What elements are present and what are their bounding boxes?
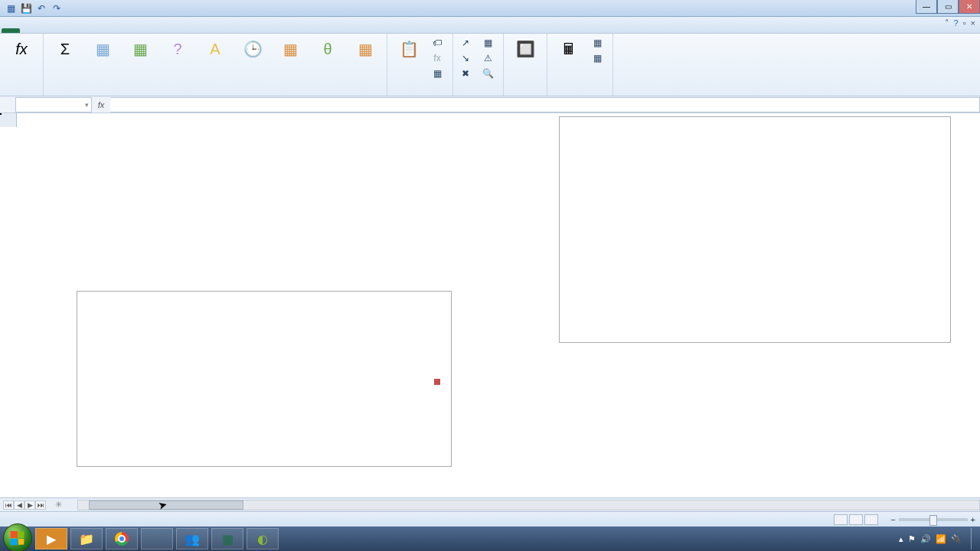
fx-button[interactable]: fx [92, 100, 110, 109]
chart1-legend [434, 379, 443, 385]
save-icon[interactable]: 💾 [20, 2, 32, 15]
close-button[interactable]: ✕ [959, 0, 980, 14]
group-names-label [390, 94, 449, 96]
group-calc-label [550, 94, 609, 96]
calc-icon: 🖩 [557, 37, 581, 61]
zoom-in-button[interactable]: + [971, 515, 975, 524]
quick-access-toolbar: ▦ 💾 ↶ ↷ [5, 2, 63, 15]
page-break-view-button[interactable] [864, 514, 878, 525]
show-formulas-button[interactable]: ▦ [479, 35, 500, 51]
ribbon-tabs: ˄ ? ▫ × [0, 17, 980, 34]
autosum-button[interactable]: Σ [47, 35, 83, 94]
restore-window-icon[interactable]: ▫ [963, 18, 966, 28]
chrome-taskbar-icon[interactable] [106, 528, 138, 549]
network-tray-icon[interactable]: 📶 [936, 534, 946, 544]
messenger-taskbar-icon[interactable]: 👥 [176, 528, 208, 549]
restaurant-totals-chart[interactable] [77, 291, 452, 467]
flag-tray-icon[interactable]: ⚑ [908, 534, 916, 544]
power-tray-icon[interactable]: 🔌 [951, 534, 962, 544]
maximize-button[interactable]: ▭ [937, 0, 959, 14]
horizontal-scrollbar[interactable] [77, 500, 980, 510]
warning-icon: ⚠ [482, 52, 494, 64]
zoom-slider[interactable] [899, 518, 968, 521]
media-player-taskbar-icon[interactable]: ▶ [35, 528, 67, 549]
excel-icon: ▦ [5, 2, 17, 15]
recently-used-button[interactable]: ▦ [84, 35, 121, 94]
arrow-out-icon: ↘ [459, 52, 472, 64]
show-hidden-icon[interactable]: ▴ [899, 534, 903, 544]
clock-icon: 🕒 [240, 37, 265, 61]
weather-taskbar-icon[interactable] [141, 528, 173, 549]
calc-sheet-icon: ▦ [591, 52, 603, 64]
lookup-icon: ▦ [278, 37, 302, 61]
sheet-tab-bar: ⏮ ◀ ▶ ⏭ ✳ [0, 497, 980, 511]
arrow-in-icon: ↗ [459, 37, 472, 49]
select-all-corner[interactable] [0, 113, 17, 127]
redo-icon[interactable]: ↷ [51, 2, 63, 15]
zoom-out-button[interactable]: − [890, 515, 895, 524]
prev-sheet-button[interactable]: ◀ [14, 500, 24, 510]
minimize-button[interactable]: — [916, 0, 937, 14]
datetime-button[interactable]: 🕒 [234, 35, 271, 94]
recent-icon: ▦ [90, 37, 115, 61]
file-tab[interactable] [2, 28, 20, 33]
system-tray: ▴ ⚑ 🔊 📶 🔌 [899, 528, 977, 549]
minimize-ribbon-icon[interactable]: ˄ [945, 18, 949, 28]
normal-view-button[interactable] [834, 514, 848, 525]
formula-input[interactable] [110, 97, 980, 112]
show-desktop-button[interactable] [971, 528, 977, 549]
error-checking-button[interactable]: ⚠ [479, 51, 500, 66]
spreadsheet-grid[interactable] [0, 113, 980, 497]
grid-icon: ▦ [431, 67, 443, 80]
text-button[interactable]: A [197, 35, 234, 94]
help-icon[interactable]: ? [954, 18, 959, 28]
name-box[interactable] [15, 97, 92, 112]
remove-icon: ✖ [459, 67, 472, 80]
math-button[interactable]: θ [309, 35, 346, 94]
use-in-formula-button[interactable]: fx [428, 51, 449, 66]
more-functions-button[interactable]: ▦ [347, 35, 384, 94]
chart2-title [560, 117, 950, 123]
watch-window-button[interactable]: 🔲 [507, 35, 544, 86]
group-library-label [47, 94, 384, 96]
logical-button[interactable]: ? [159, 35, 196, 94]
insert-function-button[interactable]: fx [3, 35, 40, 86]
financial-button[interactable]: ▦ [122, 35, 158, 94]
excel-taskbar-icon[interactable]: ▦ [211, 528, 243, 549]
explorer-taskbar-icon[interactable]: 📁 [70, 528, 103, 549]
watch-icon: 🔲 [513, 37, 537, 61]
remove-arrows-button[interactable]: ✖ [456, 66, 478, 81]
name-manager-button[interactable]: 📋 [390, 35, 427, 94]
page-layout-view-button[interactable] [849, 514, 863, 525]
chart1-title [77, 292, 451, 298]
employee-performance-chart[interactable] [559, 116, 951, 343]
lookup-button[interactable]: ▦ [272, 35, 309, 94]
last-sheet-button[interactable]: ⏭ [35, 500, 46, 510]
create-from-selection-button[interactable]: ▦ [428, 66, 449, 81]
formula-bar: fx [0, 96, 980, 113]
close-workbook-icon[interactable]: × [971, 18, 975, 28]
define-name-button[interactable]: 🏷 [428, 35, 449, 51]
calculate-now-button[interactable]: ▦ [588, 35, 609, 51]
windows-taskbar: ▶ 📁 👥 ▦ ◐ ▴ ⚑ 🔊 📶 🔌 [0, 527, 980, 551]
formulas-icon: ▦ [482, 37, 494, 49]
logical-icon: ? [165, 37, 190, 61]
undo-icon[interactable]: ↶ [35, 2, 47, 15]
start-button[interactable] [3, 523, 32, 552]
trace-dependents-button[interactable]: ↘ [456, 51, 478, 66]
calc-options-button[interactable]: 🖩 [550, 35, 587, 94]
trace-precedents-button[interactable]: ↗ [456, 35, 478, 51]
first-sheet-button[interactable]: ⏮ [3, 500, 14, 510]
calc-now-icon: ▦ [591, 37, 603, 49]
volume-tray-icon[interactable]: 🔊 [920, 534, 931, 544]
evaluate-formula-button[interactable]: 🔍 [479, 66, 500, 81]
group-audit-label [456, 94, 500, 96]
text-icon: A [203, 37, 227, 61]
new-sheet-button[interactable]: ✳ [55, 500, 62, 510]
next-sheet-button[interactable]: ▶ [24, 500, 35, 510]
app-taskbar-icon[interactable]: ◐ [247, 528, 279, 549]
ribbon: fx Σ ▦ ▦ ? A 🕒 ▦ θ ▦ 📋 🏷 fx ▦ [0, 34, 980, 96]
status-bar: − + [0, 511, 980, 527]
fx-small-icon: fx [431, 52, 443, 64]
calculate-sheet-button[interactable]: ▦ [588, 51, 609, 66]
